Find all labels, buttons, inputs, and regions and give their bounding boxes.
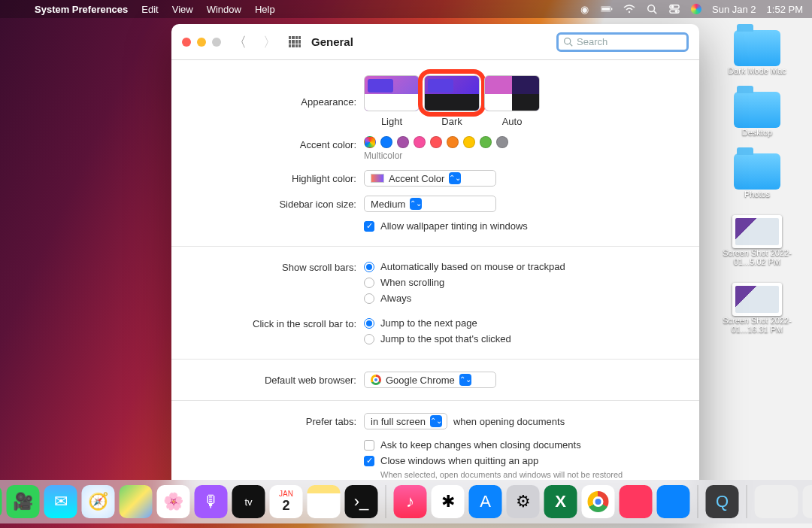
accent-graphite[interactable] (496, 136, 508, 148)
scroll-radio-scrolling[interactable] (364, 278, 374, 288)
search-placeholder: Search (577, 36, 607, 47)
back-button[interactable]: 〈 (229, 33, 251, 51)
close-quit-note: When selected, open documents and window… (380, 470, 684, 479)
svg-point-10 (565, 38, 571, 44)
dock-facetime[interactable]: 🎥 (7, 485, 40, 518)
screen-record-icon[interactable]: ◉ (578, 3, 590, 15)
menubar: System Preferences Edit View Window Help… (0, 0, 812, 18)
desktop-folder[interactable]: Dark Mode Mac (716, 30, 798, 75)
battery-icon[interactable] (601, 3, 613, 15)
highlight-label: Highlight color: (186, 170, 364, 184)
dock-quicktime[interactable]: Q (706, 485, 739, 518)
menu-view[interactable]: View (172, 4, 193, 15)
svg-rect-1 (601, 8, 610, 11)
dock-tv[interactable]: tv (232, 485, 265, 518)
control-center-icon[interactable] (668, 3, 680, 15)
svg-rect-2 (611, 8, 612, 11)
desktop-icons: Dark Mode Mac Desktop Photos Screen Shot… (716, 30, 798, 334)
siri-icon[interactable] (691, 4, 701, 14)
desktop-folder[interactable]: Desktop (716, 92, 798, 137)
accent-orange[interactable] (447, 136, 459, 148)
appearance-label: Appearance: (186, 75, 364, 108)
accent-yellow[interactable] (463, 136, 475, 148)
dock-minimized-window2[interactable] (803, 485, 813, 518)
accent-pink[interactable] (414, 136, 426, 148)
close-button[interactable] (182, 38, 191, 47)
search-input[interactable]: Search (556, 32, 689, 52)
svg-point-4 (648, 5, 655, 12)
accent-blue[interactable] (380, 136, 392, 148)
dock-appstore[interactable]: A (469, 485, 502, 518)
dock-maps[interactable] (120, 485, 153, 518)
svg-line-11 (570, 44, 572, 46)
dock-app-generic2[interactable] (657, 485, 690, 518)
scroll-radio-auto[interactable] (364, 262, 374, 272)
appearance-option-dark[interactable]: Dark (424, 75, 480, 127)
dock-excel[interactable]: X (544, 485, 577, 518)
accent-label: Accent color: (186, 136, 364, 150)
dock-music[interactable]: ♪ (394, 485, 427, 518)
dock-chrome[interactable] (582, 485, 615, 518)
clickbar-radio-page[interactable] (364, 318, 374, 329)
appearance-option-light[interactable]: Light (364, 75, 420, 127)
titlebar: 〈 〉 General Search (171, 24, 699, 60)
show-all-button[interactable] (289, 36, 301, 48)
dock-safari[interactable]: 🧭 (82, 485, 115, 518)
accent-multicolor[interactable] (364, 136, 376, 148)
minimize-button[interactable] (197, 38, 206, 47)
app-menu[interactable]: System Preferences (35, 4, 128, 15)
dock-calendar[interactable]: JAN2 (270, 485, 303, 518)
highlight-swatch-icon (371, 174, 384, 183)
dock-messages[interactable]: 💬 (0, 485, 2, 518)
close-quit-checkbox[interactable]: ✓ (364, 456, 374, 466)
sidebar-size-select[interactable]: Medium⌃⌄ (364, 196, 496, 212)
menu-help[interactable]: Help (255, 4, 275, 15)
browser-label: Default web browser: (186, 372, 364, 386)
dock-terminal[interactable]: ›_ (345, 485, 378, 518)
dock-settings[interactable]: ⚙︎ (507, 485, 540, 518)
menu-window[interactable]: Window (207, 4, 241, 15)
dock-podcasts[interactable]: 🎙 (195, 485, 228, 518)
ask-changes-checkbox[interactable] (364, 440, 374, 451)
svg-point-9 (675, 11, 677, 13)
dock-mail[interactable]: ✉︎ (44, 485, 77, 518)
system-preferences-window: 〈 〉 General Search Appearance: Light (171, 24, 699, 513)
tabs-suffix: when opening documents (453, 416, 565, 427)
scroll-radio-always[interactable] (364, 293, 374, 304)
dock-minimized-window[interactable] (755, 485, 798, 518)
menubar-time[interactable]: 1:52 PM (767, 4, 803, 15)
apple-menu-icon[interactable] (9, 3, 21, 15)
browser-select[interactable]: Google Chrome⌃⌄ (364, 372, 496, 388)
dock-slack[interactable]: ✱ (432, 485, 465, 518)
highlight-color-select[interactable]: Accent Color⌃⌄ (364, 170, 496, 187)
accent-sublabel: Multicolor (364, 150, 684, 161)
scrollbars-label: Show scroll bars: (186, 259, 364, 273)
menu-edit[interactable]: Edit (141, 4, 158, 15)
maximize-button (212, 38, 221, 47)
menubar-date[interactable]: Sun Jan 2 (712, 4, 756, 15)
prefer-tabs-select[interactable]: in full screen⌃⌄ (364, 413, 447, 429)
dock-notes[interactable] (308, 485, 341, 518)
clickbar-radio-spot[interactable] (364, 334, 374, 344)
appearance-option-auto[interactable]: Auto (484, 75, 540, 127)
desktop-screenshot[interactable]: Screen Shot 2022-01...5.02 PM (716, 215, 798, 266)
dock-photos[interactable]: 🌸 (157, 485, 190, 518)
clickbar-label: Click in the scroll bar to: (186, 315, 364, 329)
dock-app-generic[interactable] (620, 485, 653, 518)
svg-point-3 (629, 11, 630, 13)
dock: 💬 🎥 ✉︎ 🧭 🌸 🎙 tv JAN2 ›_ ♪ ✱ A ⚙︎ X Q 🗑️ (0, 480, 812, 523)
accent-color-picker (364, 136, 684, 148)
forward-button: 〉 (259, 33, 281, 51)
close-quit-label: Close windows when quitting an app (380, 455, 538, 466)
accent-green[interactable] (480, 136, 492, 148)
ask-changes-label: Ask to keep changes when closing documen… (380, 439, 581, 451)
tabs-label: Prefer tabs: (186, 413, 364, 427)
desktop-screenshot[interactable]: Screen Shot 2022-01...16.31 PM (716, 283, 798, 334)
accent-red[interactable] (430, 136, 442, 148)
accent-purple[interactable] (397, 136, 409, 148)
wifi-icon[interactable] (623, 3, 635, 15)
desktop-folder[interactable]: Photos (716, 153, 798, 199)
spotlight-icon[interactable] (646, 3, 658, 15)
svg-line-5 (654, 11, 657, 14)
wallpaper-tint-checkbox[interactable]: ✓ (364, 221, 374, 232)
